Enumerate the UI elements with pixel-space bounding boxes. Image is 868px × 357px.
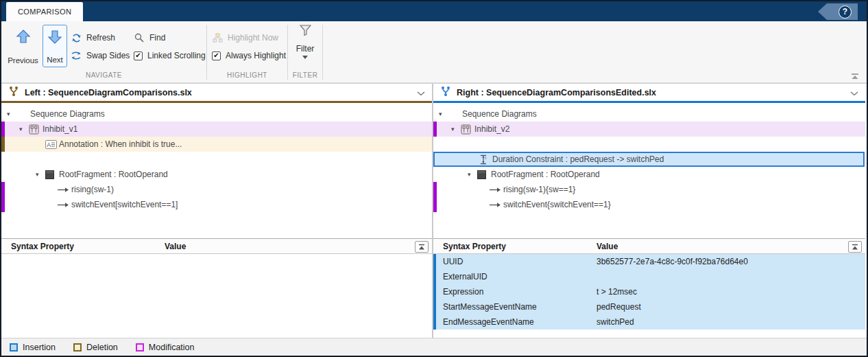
linked-scrolling-label: Linked Scrolling [147,51,206,60]
right-pane-header[interactable]: Right : SequenceDiagramComparisonsEdited… [433,84,865,101]
property-column-header: Syntax Property [433,242,596,251]
message-icon [490,187,502,193]
previous-label: Previous [8,56,38,65]
change-marker [433,167,437,182]
property-row[interactable]: ExternalUID [433,269,865,284]
property-row[interactable]: StartMessageEventName pedRequest [433,299,865,314]
tree-row[interactable]: ▾ rising(sw-1){sw==1} [433,182,865,197]
right-tree: ▾ Sequence Diagrams ▾ Inhibit_v2 ▾ [433,103,865,238]
tree-row[interactable]: ▾ A Annotation : When inhibit is true... [1,137,432,152]
change-marker [1,167,5,182]
highlight-now-button[interactable]: Highlight Now [212,31,278,45]
expander-icon[interactable]: ▾ [36,171,45,178]
legend-swatch [73,343,82,352]
tree-row[interactable]: ▾ Sequence Diagrams [1,106,432,122]
legend-swatch [136,343,144,352]
tree-row[interactable]: ▾ [1,152,432,167]
change-marker [433,299,436,314]
tree-row[interactable]: ▾ [433,137,865,152]
branch-icon [440,86,451,100]
change-marker [433,284,436,299]
expander-icon[interactable]: ▾ [7,111,16,117]
svg-text:A: A [47,141,51,148]
swap-sides-label: Swap Sides [86,51,130,60]
right-table-header: Syntax Property Value [433,238,865,254]
arrow-up-icon [16,29,31,45]
collapse-table-button[interactable] [415,241,429,253]
expander-icon[interactable]: ▾ [468,171,477,178]
property-row[interactable]: Expression t > 12msec [433,284,865,299]
property-value: pedRequest [596,302,865,312]
ribbon-separator [322,25,323,80]
change-marker [1,137,5,152]
property-value: switchPed [596,317,865,327]
refresh-button[interactable]: Refresh [71,31,115,45]
legend-item: Modification [136,343,195,352]
search-icon [134,33,145,43]
fragment-icon [477,170,490,179]
ribbon: Previous Next Refresh Swap Sides Find [1,21,867,83]
swap-sides-icon [71,51,82,60]
next-label: Next [47,56,63,64]
tree-row[interactable]: ▾ rising(sw-1) [1,182,432,197]
swap-sides-button[interactable]: Swap Sides [71,49,130,62]
always-highlight-checkbox[interactable]: ✔ Always Highlight [212,49,286,62]
annotation-icon: A [45,140,58,149]
tree-row[interactable]: ▾ RootFragment : RootOperand [433,167,865,182]
property-name: UUID [433,257,596,266]
tab-comparison-label: COMPARISON [18,8,71,16]
tab-comparison[interactable]: COMPARISON [6,2,83,21]
chevron-down-icon[interactable] [850,87,858,99]
tree-row[interactable]: ▾ switchEvent{switchEvent==1} [433,197,865,212]
property-name: StartMessageEventName [433,302,596,312]
collapse-table-button[interactable] [848,241,862,253]
tree-row[interactable]: ▾ switchEvent[switchEvent==1] [1,197,432,212]
next-button[interactable]: Next [43,25,67,67]
legend-swatch [10,343,18,352]
tree-row[interactable]: ▾ Sequence Diagrams [433,106,865,122]
expander-icon[interactable]: ▾ [439,111,448,117]
checkbox-checked-icon: ✔ [212,51,221,60]
section-label-navigate: NAVIGATE [1,71,206,79]
fragment-icon [45,170,58,179]
change-marker [1,122,5,137]
property-row[interactable]: EndMessageEventName switchPed [433,314,865,330]
property-value: 3b652577-2e7a-4c8c-9c0f-f92ba76d64e0 [596,257,865,266]
change-marker [435,153,438,165]
tree-row-label: switchEvent{switchEvent==1} [502,200,611,209]
tree-row[interactable]: ▾ Inhibit_v2 [433,122,865,137]
section-label-highlight: HIGHLIGHT [207,71,287,79]
change-marker [433,122,437,137]
legend-bar: Insertion Deletion Modification [1,338,867,356]
minimize-ribbon-button[interactable] [850,72,860,82]
comparison-panes: Left : SequenceDiagramComparisons.slx ▾ … [1,83,867,338]
filter-button[interactable]: Filter [289,25,321,73]
tree-row-label: rising(sw-1){sw==1} [502,185,575,194]
tree-row[interactable]: ▾ RootFragment : RootOperand [1,167,432,182]
always-highlight-label: Always Highlight [226,51,286,60]
tree-row-label: Sequence Diagrams [461,109,537,119]
left-pane-header[interactable]: Left : SequenceDiagramComparisons.slx [1,84,432,101]
tree-row-label: Annotation : When inhibit is true... [58,139,182,149]
sequence-diagram-icon [461,124,473,135]
right-table-body: UUID 3b652577-2e7a-4c8c-9c0f-f92ba76d64e… [433,254,865,338]
tree-row-label: Sequence Diagrams [29,109,105,119]
tree-row[interactable]: ▾ t Duration Constraint : pedRequest -> … [433,152,865,167]
duration-constraint-icon: t [479,154,491,165]
chevron-down-icon[interactable] [417,87,425,99]
property-row[interactable]: UUID 3b652577-2e7a-4c8c-9c0f-f92ba76d64e… [433,254,865,269]
find-button[interactable]: Find [134,31,165,45]
linked-scrolling-checkbox[interactable]: ✔ Linked Scrolling [134,49,206,62]
tree-row-label: Inhibit_v2 [473,124,509,134]
value-column-header: Value [596,242,865,251]
previous-button[interactable]: Previous [5,25,40,67]
left-table-body [1,254,432,338]
expander-icon[interactable]: ▾ [451,126,461,133]
help-button[interactable]: ? [818,3,858,20]
value-column-header: Value [165,242,432,251]
expander-icon[interactable]: ▾ [19,126,29,133]
tree-row[interactable]: ▾ Inhibit_v1 [1,122,432,137]
change-marker [1,182,5,197]
legend-item: Deletion [73,343,118,352]
tree-row-label: switchEvent[switchEvent==1] [70,200,178,209]
